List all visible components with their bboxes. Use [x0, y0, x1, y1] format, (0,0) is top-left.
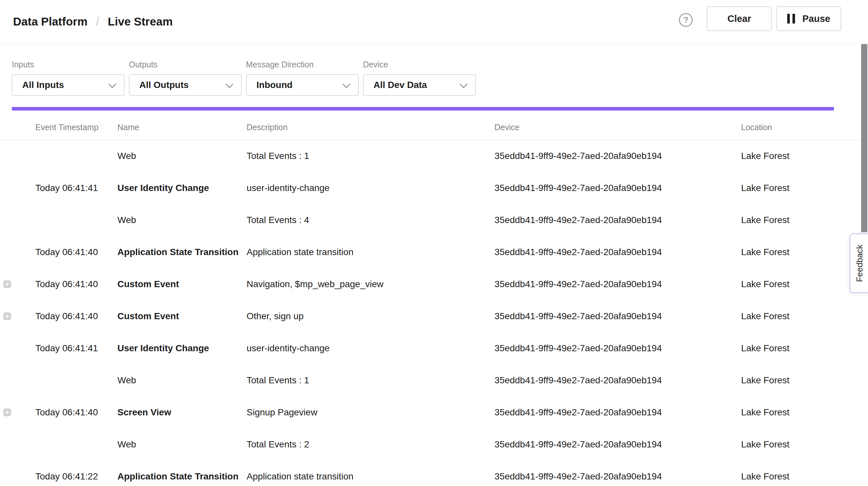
device-dropdown[interactable]: All Dev Data: [363, 74, 476, 96]
table-row[interactable]: + Web Total Events : 1 35eddb41-9ff9-49e…: [0, 140, 868, 172]
event-timestamp: Today 06:41:40: [35, 407, 117, 418]
column-event-timestamp: Event Timestamp: [35, 123, 117, 132]
event-description: Signup Pageview: [247, 407, 495, 418]
pause-icon: [787, 14, 795, 24]
vertical-scrollbar[interactable]: [861, 44, 867, 232]
event-name: Application State Transition: [117, 247, 247, 257]
filter-inputs: Inputs All Inputs: [12, 60, 125, 96]
table-row[interactable]: + Web Total Events : 2 35eddb41-9ff9-49e…: [0, 428, 868, 460]
help-icon[interactable]: ?: [679, 13, 693, 27]
event-name: User Identity Change: [117, 183, 247, 193]
event-device: 35eddb41-9ff9-49e2-7aed-20afa90eb194: [495, 439, 741, 450]
event-location: Lake Forest: [741, 343, 868, 354]
clear-button[interactable]: Clear: [707, 6, 772, 31]
breadcrumb-separator-icon: /: [96, 15, 99, 28]
table-header: Event Timestamp Name Description Device …: [0, 111, 868, 140]
table-row[interactable]: + Today 06:41:40 Application State Trans…: [0, 236, 868, 268]
event-location: Lake Forest: [741, 407, 868, 418]
event-description: Application state transition: [247, 471, 495, 482]
breadcrumb-page: Live Stream: [108, 15, 173, 28]
message-direction-dropdown[interactable]: Inbound: [246, 74, 359, 96]
breadcrumb: Data Platform / Live Stream: [13, 15, 173, 28]
dropdown-value: All Inputs: [22, 80, 108, 90]
filter-bar: Inputs All Inputs Outputs All Outputs Me…: [12, 60, 868, 96]
event-timestamp: Today 06:41:40: [35, 279, 117, 290]
expand-cell: +: [0, 184, 35, 192]
breadcrumb-section[interactable]: Data Platform: [13, 15, 88, 28]
chevron-down-icon: [108, 80, 116, 88]
table-row[interactable]: + Today 06:41:41 User Identity Change us…: [0, 332, 868, 364]
table-row[interactable]: + Today 06:41:41 User Identity Change us…: [0, 172, 868, 204]
table-row[interactable]: + Today 06:41:22 Application State Trans…: [0, 460, 868, 486]
expand-cell: +: [0, 152, 35, 160]
expand-row-button[interactable]: +: [3, 280, 11, 288]
event-description: user-identity-change: [247, 183, 495, 193]
event-device: 35eddb41-9ff9-49e2-7aed-20afa90eb194: [495, 375, 741, 386]
event-timestamp: Today 06:41:41: [35, 343, 117, 354]
chevron-down-icon: [225, 80, 233, 88]
column-location: Location: [741, 123, 868, 132]
event-name: Web: [117, 439, 247, 450]
filter-message-direction: Message Direction Inbound: [246, 60, 359, 96]
column-device: Device: [495, 123, 741, 132]
dropdown-value: All Outputs: [139, 80, 226, 90]
event-description: Total Events : 2: [247, 439, 495, 450]
event-table-body: + Web Total Events : 1 35eddb41-9ff9-49e…: [0, 140, 868, 486]
event-location: Lake Forest: [741, 311, 868, 322]
expand-cell: +: [0, 473, 35, 481]
event-location: Lake Forest: [741, 471, 868, 482]
feedback-tab[interactable]: Feedback: [850, 234, 868, 293]
column-description: Description: [247, 123, 495, 132]
expand-row-button[interactable]: +: [3, 312, 11, 320]
expand-cell: +: [0, 376, 35, 384]
expand-cell: +: [0, 344, 35, 352]
expand-cell: +: [0, 408, 35, 416]
event-location: Lake Forest: [741, 375, 868, 386]
expand-row-button[interactable]: +: [3, 408, 11, 416]
expand-cell: +: [0, 441, 35, 448]
pause-button[interactable]: Pause: [776, 6, 841, 31]
event-description: Navigation, $mp_web_page_view: [247, 279, 495, 290]
event-location: Lake Forest: [741, 183, 868, 193]
event-location: Lake Forest: [741, 151, 868, 161]
event-device: 35eddb41-9ff9-49e2-7aed-20afa90eb194: [495, 183, 741, 193]
event-location: Lake Forest: [741, 215, 868, 225]
event-description: Total Events : 4: [247, 215, 495, 225]
filter-label: Message Direction: [246, 60, 359, 69]
column-name: Name: [117, 123, 247, 132]
event-location: Lake Forest: [741, 247, 868, 257]
event-name: Web: [117, 375, 247, 386]
event-device: 35eddb41-9ff9-49e2-7aed-20afa90eb194: [495, 471, 741, 482]
chevron-down-icon: [460, 80, 467, 88]
event-device: 35eddb41-9ff9-49e2-7aed-20afa90eb194: [495, 215, 741, 225]
event-device: 35eddb41-9ff9-49e2-7aed-20afa90eb194: [495, 407, 741, 418]
expand-cell: +: [0, 280, 35, 288]
event-device: 35eddb41-9ff9-49e2-7aed-20afa90eb194: [495, 151, 741, 161]
event-name: Custom Event: [117, 279, 247, 290]
event-description: Other, sign up: [247, 311, 495, 322]
filter-label: Device: [363, 60, 476, 69]
event-name: Custom Event: [117, 311, 247, 322]
expand-cell: +: [0, 216, 35, 224]
feedback-tab-label: Feedback: [855, 245, 865, 282]
page-header: Data Platform / Live Stream ? Clear Paus…: [0, 0, 868, 43]
outputs-dropdown[interactable]: All Outputs: [129, 74, 242, 96]
event-timestamp: Today 06:41:40: [35, 247, 117, 257]
table-row[interactable]: + Web Total Events : 4 35eddb41-9ff9-49e…: [0, 204, 868, 236]
event-timestamp: Today 06:41:22: [35, 471, 117, 482]
event-device: 35eddb41-9ff9-49e2-7aed-20afa90eb194: [495, 343, 741, 354]
table-row[interactable]: + Today 06:41:40 Screen View Signup Page…: [0, 396, 868, 428]
expand-cell: +: [0, 312, 35, 320]
event-device: 35eddb41-9ff9-49e2-7aed-20afa90eb194: [495, 311, 741, 322]
dropdown-value: Inbound: [256, 80, 343, 90]
table-row[interactable]: + Today 06:41:40 Custom Event Navigation…: [0, 268, 868, 300]
filter-label: Inputs: [12, 60, 125, 69]
event-description: user-identity-change: [247, 343, 495, 354]
inputs-dropdown[interactable]: All Inputs: [12, 74, 125, 96]
event-timestamp: Today 06:41:41: [35, 183, 117, 193]
expand-cell: +: [0, 248, 35, 256]
table-row[interactable]: + Web Total Events : 1 35eddb41-9ff9-49e…: [0, 364, 868, 396]
event-name: Screen View: [117, 407, 247, 418]
table-row[interactable]: + Today 06:41:40 Custom Event Other, sig…: [0, 300, 868, 332]
event-description: Total Events : 1: [247, 375, 495, 386]
